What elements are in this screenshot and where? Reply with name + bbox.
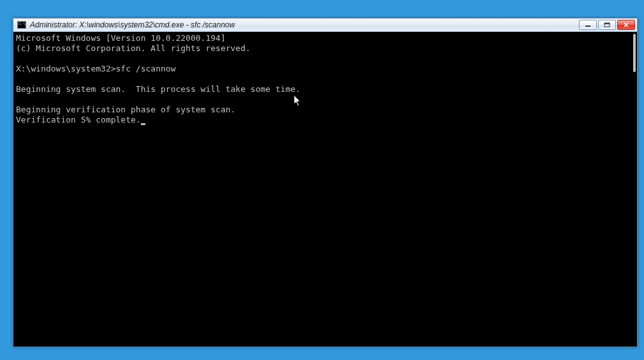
text-cursor bbox=[141, 123, 145, 125]
minimize-button[interactable] bbox=[579, 20, 597, 30]
window-title: Administrator: X:\windows\system32\cmd.e… bbox=[30, 19, 235, 32]
output-line: (c) Microsoft Corporation. All rights re… bbox=[16, 43, 251, 53]
output-line: Beginning system scan. This process will… bbox=[16, 84, 300, 94]
vertical-scrollbar[interactable] bbox=[633, 34, 636, 72]
window-controls bbox=[579, 20, 635, 30]
svg-rect-0 bbox=[585, 26, 590, 27]
titlebar[interactable]: Administrator: X:\windows\system32\cmd.e… bbox=[13, 19, 637, 32]
cmd-icon bbox=[17, 21, 26, 29]
console-output: Microsoft Windows [Version 10.0.22000.19… bbox=[13, 32, 637, 126]
maximize-button[interactable] bbox=[598, 20, 616, 30]
entered-command: sfc /scannow bbox=[116, 64, 176, 73]
close-button[interactable] bbox=[617, 20, 635, 30]
output-line: Microsoft Windows [Version 10.0.22000.19… bbox=[16, 33, 226, 43]
output-line: Beginning verification phase of system s… bbox=[16, 105, 235, 114]
command-prompt-window: Administrator: X:\windows\system32\cmd.e… bbox=[13, 18, 638, 347]
progress-text: Verification 5% complete. bbox=[16, 115, 141, 124]
prompt: X:\windows\system32> bbox=[16, 64, 116, 73]
output-line: Verification 5% complete. bbox=[16, 115, 145, 124]
prompt-line: X:\windows\system32>sfc /scannow bbox=[16, 64, 175, 73]
console-area[interactable]: Microsoft Windows [Version 10.0.22000.19… bbox=[13, 32, 637, 347]
svg-rect-2 bbox=[604, 23, 610, 24]
